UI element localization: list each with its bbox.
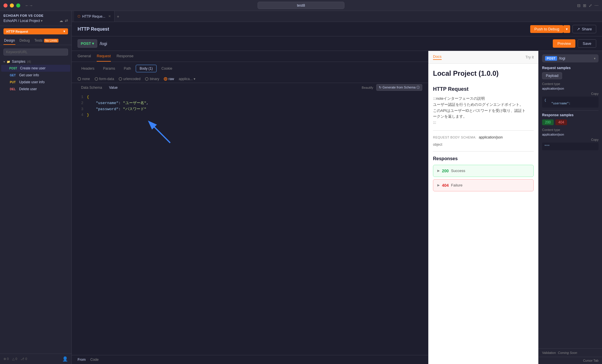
tree-item-0[interactable]: POST Create new user (1, 65, 70, 72)
docs-responses-title: Responses (433, 156, 534, 161)
option-none[interactable]: none (78, 77, 90, 81)
sub-tab-body[interactable]: Body (1) (136, 65, 156, 72)
sidebar: ECHOAPI FOR VS CODE EchoAPI / Local Proj… (0, 11, 72, 364)
sub-tabs: Headers Params Path Body (1) Cookie (72, 62, 428, 75)
tree-item-3[interactable]: DEL Delete user (1, 86, 70, 93)
rp-resp-tab-404[interactable]: 404 (555, 119, 567, 125)
push-debug-dropdown[interactable]: ▾ (563, 25, 570, 33)
generate-label: Generate from Schema ⓘ (383, 85, 420, 90)
radio-urlencoded[interactable] (119, 77, 122, 81)
sidebar-tab-design[interactable]: Design (3, 37, 15, 45)
option-urlencoded[interactable]: urlencoded (119, 77, 140, 81)
rp-content-type-label: Content type (542, 82, 599, 86)
editor-tab-0[interactable]: ⬡ HTTP Reque... ✕ (74, 11, 115, 22)
minimize-button[interactable] (10, 3, 14, 8)
editor-body: General Request Response Headers Params … (72, 51, 602, 364)
tree-item-2[interactable]: PUT Update user info (1, 79, 70, 86)
tree-group-samples[interactable]: ▾ 📁 Samples (4) (1, 58, 70, 65)
sidebar-tab-debug[interactable]: Debug (19, 37, 30, 45)
more-icon[interactable]: ⋯ (594, 3, 599, 8)
from-tab[interactable]: From (78, 358, 86, 362)
rp-resp-tab-200[interactable]: 200 (542, 119, 554, 125)
schema-tabs: Data Schema Value (78, 84, 121, 91)
chevron-right-icon-404: ▶ (437, 183, 440, 187)
validation-status: Coming Soon (558, 351, 577, 354)
chevron-down-icon: ▾ (3, 60, 5, 63)
schema-type: object (433, 143, 534, 147)
code-line-4: 4 } (78, 112, 422, 118)
sub-tab-path[interactable]: Path (120, 65, 135, 72)
back-button[interactable]: ← (25, 3, 29, 8)
rp-copy-button[interactable]: Copy (542, 92, 599, 95)
radio-binary[interactable] (145, 77, 148, 81)
plugin-button[interactable]: HTTP Request ▾ (3, 28, 68, 34)
schema-tab-value[interactable]: Value (106, 84, 121, 91)
radio-raw[interactable] (164, 77, 167, 81)
tab-response[interactable]: Response (117, 51, 134, 62)
rp-payload-button[interactable]: Payload (542, 72, 562, 79)
schema-label: REQUEST BODY SCHEMA: (433, 136, 476, 139)
fullscreen-icon[interactable]: ⤢ (589, 3, 592, 8)
sidebar-toggle-icon[interactable]: ⊟ (577, 3, 581, 8)
global-search-input[interactable] (258, 2, 344, 9)
share-button[interactable]: ↗ Share (572, 25, 596, 33)
add-tab-icon[interactable]: + (117, 14, 119, 19)
folder-icon: 📁 (7, 60, 10, 63)
cloud-icon[interactable]: ☁ (59, 19, 63, 23)
forward-button[interactable]: → (29, 3, 33, 8)
rp-code-preview: { "username": (542, 97, 599, 108)
response-404-code: 404 (442, 183, 449, 188)
tab-general[interactable]: General (78, 51, 91, 62)
tab-close-icon[interactable]: ✕ (108, 14, 111, 18)
code-editor[interactable]: 1 { 2 "username": "ユーザー名", 3 "password":… (72, 91, 428, 355)
sidebar-search (0, 47, 71, 57)
save-button[interactable]: Save (578, 39, 596, 48)
push-debug-button[interactable]: Push to Debug (530, 25, 563, 33)
request-bar: POST ▾ Preview Save (72, 36, 602, 51)
sync-icon[interactable]: ⇄ (65, 19, 68, 23)
search-input[interactable] (3, 49, 68, 56)
tab-request[interactable]: Request (97, 51, 111, 62)
errors-count: ⊗ 0 (3, 357, 9, 361)
rp-response-tabs: 200 404 (542, 119, 599, 125)
code-tab[interactable]: Code (90, 358, 99, 362)
rp-divider (542, 110, 599, 111)
option-binary[interactable]: binary (145, 77, 159, 81)
option-raw[interactable]: raw (164, 77, 174, 81)
response-item-200[interactable]: ▶ 200 Success (433, 165, 534, 177)
docs-tab[interactable]: Docs (433, 54, 442, 60)
radio-form-data[interactable] (95, 77, 98, 81)
sub-tab-params[interactable]: Params (99, 65, 119, 72)
preview-button[interactable]: Preview (553, 39, 575, 48)
radio-none[interactable] (78, 77, 81, 81)
beautify-row: Beautify ↻ Generate from Schema ⓘ (362, 84, 422, 91)
rp-resp-copy-button[interactable]: Copy (542, 138, 599, 141)
docs-content: Local Project (1.0.0) HTTP Request :::no… (428, 64, 538, 199)
schema-tab-data[interactable]: Data Schema (78, 84, 106, 91)
try-it-label[interactable]: Try it (526, 55, 534, 59)
method-selector[interactable]: POST ▾ (78, 39, 97, 48)
sidebar-tab-tests[interactable]: Tests No Limits (34, 37, 59, 45)
close-button[interactable] (3, 3, 8, 8)
user-icon[interactable]: 👤 (62, 356, 68, 362)
option-form-data[interactable]: form-data (95, 77, 114, 81)
rp-response-samples-title: Response samples (542, 113, 599, 117)
warnings-count: △ 0 (12, 357, 17, 361)
tree-item-1[interactable]: GET Get user info (1, 72, 70, 79)
layout-icon[interactable]: ⊞ (583, 3, 586, 8)
beautify-button[interactable]: Beautify (362, 86, 373, 89)
response-item-404[interactable]: ▶ 404 Failure (433, 179, 534, 191)
maximize-button[interactable] (16, 3, 20, 8)
rp-chevron-icon[interactable]: ▾ (594, 57, 596, 60)
sub-tab-headers[interactable]: Headers (78, 65, 98, 72)
url-input[interactable] (100, 40, 550, 48)
git-count: ⎇ 0 (21, 357, 27, 361)
rp-validation: Validation Coming Soon (539, 348, 602, 357)
sidebar-tabs: Design Debug Tests No Limits (0, 37, 71, 45)
sub-tab-cookie[interactable]: Cookie (158, 65, 176, 72)
from-code-bar: From Code (72, 355, 428, 364)
applic-dropdown[interactable]: applica... ▾ (179, 77, 195, 81)
generate-schema-button[interactable]: ↻ Generate from Schema ⓘ (376, 84, 422, 91)
code-line-2: 2 "username": "ユーザー名", (78, 100, 422, 106)
method-dropdown-icon: ▾ (92, 41, 94, 46)
